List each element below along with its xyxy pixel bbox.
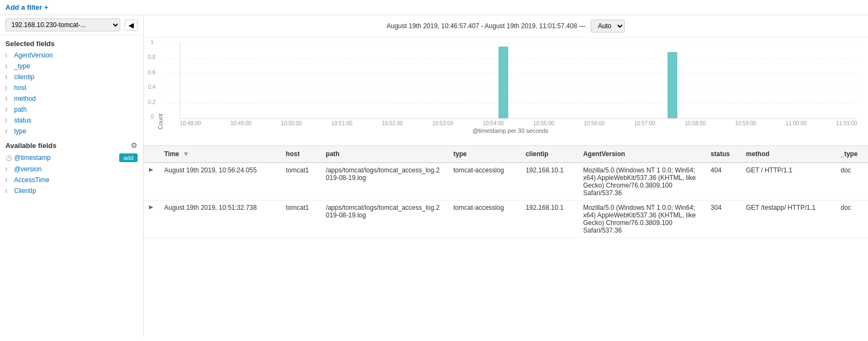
field-type-icon: t xyxy=(5,128,11,134)
col-clientip: clientip xyxy=(520,146,578,163)
expand-btn[interactable]: ▶ xyxy=(144,163,159,201)
selected-field-row[interactable]: t path xyxy=(0,104,143,115)
col-time[interactable]: Time ▼ xyxy=(159,146,281,163)
field-type-icon: t xyxy=(5,106,11,113)
x-label: 10:54:00 xyxy=(483,120,504,126)
table-area[interactable]: Time ▼ host path type clientip AgentVers… xyxy=(144,146,868,337)
cell-type: tomcat-accesslog xyxy=(448,201,520,238)
cell-_type: doc xyxy=(835,201,869,238)
available-fields-list: 🕐 @timestamp add t @version xyxy=(0,152,143,196)
selected-field-row[interactable]: t AgentVersion xyxy=(0,50,143,61)
col-method: method xyxy=(741,146,835,163)
table-row: ▶ August 19th 2019, 10:51:32.738 tomcat1… xyxy=(144,201,868,238)
field-name-label: path xyxy=(14,106,138,113)
nav-prev-button[interactable]: ◀ xyxy=(125,20,138,31)
field-type-icon: t xyxy=(5,166,11,172)
time-range-label: August 19th 2019, 10:46:57.407 - August … xyxy=(387,22,586,30)
col-agentversion: AgentVersion xyxy=(578,146,705,163)
expand-btn[interactable]: ▶ xyxy=(144,201,159,238)
x-label: 10:49:00 xyxy=(230,120,251,126)
selected-fields-header: Selected fields xyxy=(0,35,143,50)
field-name-label: @timestamp xyxy=(14,154,116,162)
x-label: 10:50:00 xyxy=(281,120,302,126)
x-label: 10:59:00 xyxy=(735,120,756,126)
chart-container: Count 1 0.8 0.6 xyxy=(144,37,868,146)
add-filter-link[interactable]: Add a filter + xyxy=(5,3,48,11)
cell-host: tomcat1 xyxy=(281,201,321,238)
selected-field-row[interactable]: t status xyxy=(0,115,143,126)
available-field-row[interactable]: 🕐 @timestamp add xyxy=(0,152,143,164)
col-status: status xyxy=(705,146,741,163)
index-select[interactable]: 192.168.10.230-tomcat-... xyxy=(5,18,120,31)
gear-icon[interactable]: ⚙ xyxy=(131,141,138,150)
cell-path: /apps/tomcat/logs/tomcat_access_log.2019… xyxy=(320,163,448,201)
selected-field-row[interactable]: t _type xyxy=(0,61,143,72)
field-type-icon: t xyxy=(5,52,11,59)
sidebar: 192.168.10.230-tomcat-... ◀ Selected fie… xyxy=(0,15,144,337)
add-field-button[interactable]: add xyxy=(119,153,138,162)
col-expand xyxy=(144,146,159,163)
chart-inner: 1 0.8 0.6 0.4 0. xyxy=(180,43,857,119)
cell-_type: doc xyxy=(835,163,869,201)
selected-field-row[interactable]: t type xyxy=(0,126,143,137)
cell-agentversion: Mozilla/5.0 (Windows NT 1 0.0; Win64; x6… xyxy=(578,163,705,201)
selected-field-row[interactable]: t clientip xyxy=(0,72,143,82)
field-name-label: method xyxy=(14,95,138,102)
x-label: 10:56:00 xyxy=(584,120,605,126)
x-label: 10:57:00 xyxy=(634,120,655,126)
add-filter-label: Add a filter xyxy=(5,3,42,11)
x-label: 10:58:00 xyxy=(685,120,706,126)
available-field-row[interactable]: t ClientIp xyxy=(0,185,143,196)
selected-field-row[interactable]: t method xyxy=(0,93,143,104)
top-bar: Add a filter + xyxy=(0,0,868,15)
field-type-icon: t xyxy=(5,74,11,80)
y-axis-label: Count xyxy=(154,43,164,130)
x-label: 11:00:00 xyxy=(786,120,807,126)
cell-clientip: 192.168.10.1 xyxy=(520,201,578,238)
bar-1 xyxy=(498,47,508,118)
field-name-label: status xyxy=(14,117,138,124)
auto-select[interactable]: Auto xyxy=(591,20,625,33)
bar-2 xyxy=(668,52,677,118)
available-field-row[interactable]: t @version xyxy=(0,164,143,175)
field-name-label: host xyxy=(14,84,138,92)
table-body: ▶ August 19th 2019, 10:56:24.055 tomcat1… xyxy=(144,163,868,238)
x-axis-labels: 10:48:00 10:49:00 10:50:00 10:51:00 10:5… xyxy=(180,120,857,126)
x-label: 10:52:00 xyxy=(382,120,403,126)
chart-area: Count 1 0.8 0.6 xyxy=(154,43,857,130)
available-fields-label: Available fields xyxy=(5,141,56,150)
table-row: ▶ August 19th 2019, 10:56:24.055 tomcat1… xyxy=(144,163,868,201)
cell-agentversion: Mozilla/5.0 (Windows NT 1 0.0; Win64; x6… xyxy=(578,201,705,238)
add-filter-icon: + xyxy=(44,3,49,11)
content-area: August 19th 2019, 10:46:57.407 - August … xyxy=(144,15,868,337)
cell-time: August 19th 2019, 10:56:24.055 xyxy=(159,163,281,201)
selected-fields-list: t AgentVersiont _typet clientipt hostt m… xyxy=(0,50,143,137)
field-name-label: clientip xyxy=(14,73,138,81)
x-label: 11:01:00 xyxy=(836,120,857,126)
cell-method: GET /testapp/ HTTP/1.1 xyxy=(741,201,835,238)
col-host: host xyxy=(281,146,321,163)
available-fields-header-row: Available fields ⚙ xyxy=(0,137,143,152)
cell-status: 304 xyxy=(705,201,741,238)
available-field-row[interactable]: t AccessTime xyxy=(0,175,143,185)
cell-clientip: 192.168.10.1 xyxy=(520,163,578,201)
field-type-icon: t xyxy=(5,95,11,102)
main-layout: 192.168.10.230-tomcat-... ◀ Selected fie… xyxy=(0,15,868,337)
field-type-icon: t xyxy=(5,117,11,124)
x-label: 10:55:00 xyxy=(533,120,554,126)
field-type-icon: t xyxy=(5,188,11,194)
field-name-label: @version xyxy=(14,165,138,173)
field-name-label: AccessTime xyxy=(14,176,138,184)
cell-method: GET / HTTP/1.1 xyxy=(741,163,835,201)
field-name-label: ClientIp xyxy=(14,187,138,195)
time-bar: August 19th 2019, 10:46:57.407 - August … xyxy=(144,15,868,37)
table-header: Time ▼ host path type clientip AgentVers… xyxy=(144,146,868,163)
cell-path: /apps/tomcat/logs/tomcat_access_log.2019… xyxy=(320,201,448,238)
field-name-label: AgentVersion xyxy=(14,52,138,59)
selected-field-row[interactable]: t host xyxy=(0,82,143,93)
field-name-label: _type xyxy=(14,62,138,70)
results-table: Time ▼ host path type clientip AgentVers… xyxy=(144,146,868,238)
col-path: path xyxy=(320,146,448,163)
field-type-icon: t xyxy=(5,177,11,183)
field-type-icon: t xyxy=(5,63,11,69)
